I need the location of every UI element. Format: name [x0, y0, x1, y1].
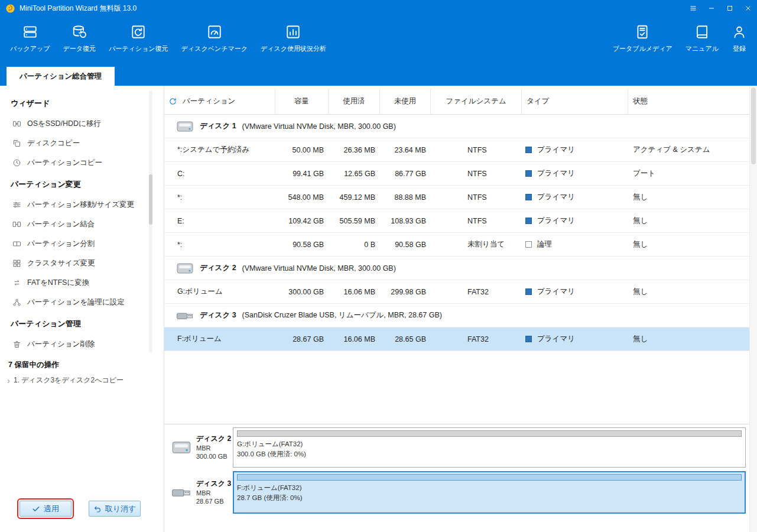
column-header-num: 使用済 — [329, 89, 380, 114]
partition-table: パーティション容量使用済未使用ファイルシステムタイプ状態ディスク 1(VMwar… — [164, 86, 749, 424]
toolbar-item-analyzer[interactable]: ディスク使用状況分析 — [254, 17, 333, 68]
check-icon — [32, 505, 40, 513]
cell-filesystem: NTFS — [431, 170, 522, 178]
disk-group-header-2[interactable]: ディスク 2(VMware Virtual NVMe Disk, MBR, 30… — [164, 257, 749, 280]
partition-strip[interactable] — [237, 430, 742, 437]
logical-icon — [12, 298, 21, 307]
sidebar-item-label: パーティション削除 — [27, 339, 95, 349]
cell-capacity: 90.58 GB — [275, 241, 329, 249]
pending-operations: 7 保留中の操作›1. ディスク3をディスク2へコピー — [0, 353, 164, 388]
maximize-icon[interactable] — [720, 0, 739, 17]
cell-filesystem: NTFS — [431, 217, 522, 225]
diskmap-disk-info[interactable]: ディスク 3MBR28.67 GB — [167, 471, 233, 514]
cell-used: 505.59 MB — [329, 217, 380, 225]
pending-operation-item[interactable]: ›1. ディスク3をディスク2へコピー — [0, 372, 164, 388]
diskmap-partition-bar[interactable]: G:ボリューム(FAT32)300.0 GB (使用済: 0%) — [233, 427, 746, 468]
cell-partition: E: — [164, 217, 275, 225]
split-icon — [12, 239, 21, 248]
cell-unused: 88.88 MB — [380, 193, 431, 202]
cell-partition: G:ボリューム — [164, 287, 275, 297]
sidebar-item-split[interactable]: パーティション分割 — [0, 234, 164, 254]
partition-bar-label: F:ボリューム(FAT32) — [237, 483, 742, 493]
sidebar-item-convert[interactable]: FATをNTFSに変換 — [0, 273, 164, 293]
analyzer-icon — [285, 24, 301, 40]
cell-type: プライマリ — [522, 192, 628, 202]
disk-icon — [171, 440, 191, 455]
menu-icon[interactable] — [684, 0, 702, 17]
resize-icon — [12, 200, 21, 209]
main-scrollbar-thumb[interactable] — [751, 87, 756, 164]
partition-row[interactable]: *:システムで予約済み50.00 MB26.36 MB23.64 MBNTFSプ… — [164, 138, 749, 162]
partition-row[interactable]: F:ボリューム28.67 GB16.06 MB28.65 GBFAT32プライマ… — [164, 327, 749, 351]
toolbar-item-label: ディスク使用状況分析 — [261, 44, 326, 53]
partition-row[interactable]: *:90.58 GB0 B90.58 GB未割り当て論理無し — [164, 233, 749, 257]
column-header-label: タイプ — [527, 96, 549, 106]
disk-name: ディスク 2 — [200, 263, 236, 273]
partition-row[interactable]: E:109.42 GB505.59 MB108.93 GBNTFSプライマリ無し — [164, 209, 749, 233]
diskmap-disk-name: ディスク 2 — [196, 434, 231, 444]
partition-recovery-icon — [131, 24, 146, 40]
column-header-label: 容量 — [294, 96, 309, 106]
toolbar: バックアップデータ復元パーティション復元ディスクベンチマークディスク使用状況分析… — [0, 17, 757, 68]
cell-filesystem: FAT32 — [431, 335, 522, 343]
cell-capacity: 28.67 GB — [275, 335, 329, 343]
toolbar-item-partition-recovery[interactable]: パーティション復元 — [102, 17, 175, 68]
partition-strip[interactable] — [237, 474, 742, 481]
disk-name: ディスク 3 — [200, 310, 236, 320]
cell-used: 0 B — [329, 241, 380, 249]
apply-button[interactable]: 適用 — [20, 501, 72, 517]
close-icon[interactable] — [739, 0, 757, 17]
diskmap-partition-bar[interactable]: F:ボリューム(FAT32)28.7 GB (使用済: 0%) — [233, 471, 746, 514]
sidebar-item-merge[interactable]: パーティション結合 — [0, 215, 164, 234]
sidebar-item-disk-copy[interactable]: ディスクコピー — [0, 134, 164, 153]
column-header-label: 状態 — [633, 96, 648, 106]
toolbar-item-register[interactable]: 登録 — [725, 17, 753, 68]
refresh-icon[interactable] — [168, 97, 177, 106]
diskmap-disk-info[interactable]: ディスク 2MBR300.00 GB — [167, 427, 233, 468]
toolbar-item-manual[interactable]: マニュアル — [679, 17, 725, 68]
partition-row[interactable]: *:548.00 MB459.12 MB88.88 MBNTFSプライマリ無し — [164, 186, 749, 209]
toolbar-item-benchmark[interactable]: ディスクベンチマーク — [175, 17, 254, 68]
cell-capacity: 50.00 MB — [275, 146, 329, 154]
undo-button[interactable]: 取り消す — [89, 501, 141, 517]
disk-name: ディスク 1 — [200, 121, 236, 131]
diskmap-disk-name: ディスク 3 — [196, 479, 231, 489]
usb-icon — [171, 485, 191, 500]
toolbar-item-backup[interactable]: バックアップ — [4, 17, 57, 68]
type-label: 論理 — [537, 239, 552, 249]
cell-status: アクティブ & システム — [628, 145, 749, 155]
primary-type-square-icon — [525, 194, 532, 200]
disk-group-header-3[interactable]: ディスク 3(SanDisk Cruzer Blade USB, リムーバブル,… — [164, 304, 749, 327]
sidebar-item-resize[interactable]: パーティション移動/サイズ変更 — [0, 195, 164, 215]
sidebar-item-delete[interactable]: パーティション削除 — [0, 335, 164, 353]
cell-partition: *: — [164, 193, 275, 202]
disk-info: (VMware Virtual NVMe Disk, MBR, 300.00 G… — [242, 122, 396, 131]
cell-filesystem: FAT32 — [431, 288, 522, 296]
toolbar-item-bootable[interactable]: ブータブルメディア — [606, 17, 679, 68]
toolbar-right-group: ブータブルメディアマニュアル登録 — [606, 17, 753, 68]
sidebar-item-logical[interactable]: パーティションを論理に設定 — [0, 293, 164, 312]
minimize-icon[interactable] — [702, 0, 720, 17]
partition-row[interactable]: C:99.41 GB12.65 GB86.77 GBNTFSプライマリブート — [164, 162, 749, 186]
sidebar-scrollbar-thumb[interactable] — [149, 174, 152, 225]
toolbar-item-label: マニュアル — [685, 44, 719, 53]
partition-row[interactable]: G:ボリューム300.00 GB16.06 MB299.98 GBFAT32プラ… — [164, 280, 749, 304]
sidebar-item-migrate[interactable]: OSをSSD/HDDに移行 — [0, 114, 164, 134]
window-controls — [684, 0, 757, 17]
sidebar-item-label: パーティションを論理に設定 — [27, 297, 125, 307]
sidebar-item-partition-copy[interactable]: パーティションコピー — [0, 153, 164, 173]
toolbar-item-data-recovery[interactable]: データ復元 — [57, 17, 103, 68]
disk-icon — [176, 262, 194, 275]
toolbar-item-label: ディスクベンチマーク — [181, 44, 248, 53]
cell-capacity: 99.41 GB — [275, 170, 329, 178]
logical-type-square-icon — [525, 241, 532, 248]
primary-type-square-icon — [525, 147, 532, 153]
main-scrollbar-track[interactable] — [749, 86, 757, 532]
content: ウィザードOSをSSD/HDDに移行ディスクコピーパーティションコピーパーティシ… — [0, 86, 757, 532]
diskmap-row-2: ディスク 3MBR28.67 GBF:ボリューム(FAT32)28.7 GB (… — [167, 471, 746, 514]
cluster-icon — [12, 259, 21, 268]
disk-group-header-1[interactable]: ディスク 1(VMware Virtual NVMe Disk, MBR, 30… — [164, 115, 749, 138]
tab-partition-management[interactable]: パーティション総合管理 — [7, 67, 115, 86]
sidebar-item-cluster[interactable]: クラスタサイズ変更 — [0, 254, 164, 273]
cell-type: プライマリ — [522, 168, 628, 179]
